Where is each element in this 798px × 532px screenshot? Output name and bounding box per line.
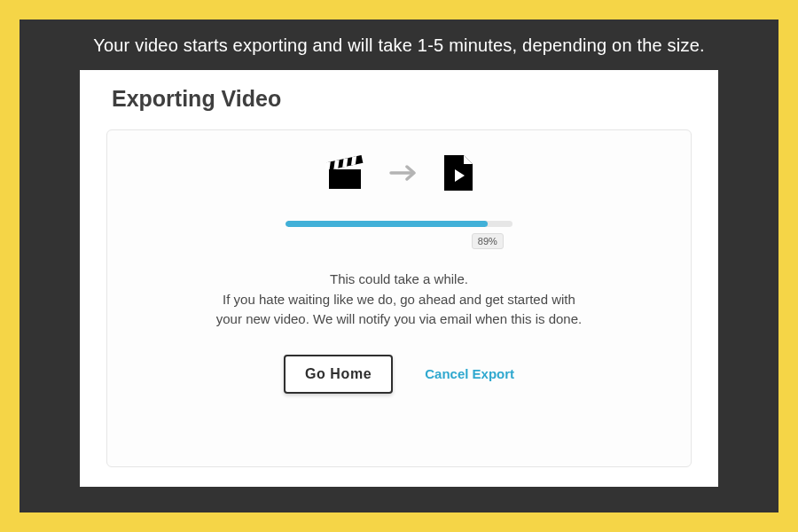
progress-percent-badge: 89% [472, 233, 504, 249]
arrow-right-icon [389, 165, 419, 181]
message-line: If you hate waiting like we do, go ahead… [216, 290, 582, 310]
clapperboard-icon [325, 155, 364, 191]
dialog-title: Exporting Video [112, 86, 692, 112]
cancel-export-link[interactable]: Cancel Export [425, 366, 514, 381]
message-line: your new video. We will notify you via e… [216, 309, 582, 330]
progress-fill [286, 221, 488, 227]
instruction-frame: Your video starts exporting and will tak… [20, 20, 778, 512]
dialog-button-row: Go Home Cancel Export [284, 355, 514, 394]
message-line: This could take a while. [216, 270, 582, 290]
progress-track [286, 221, 512, 227]
export-message: This could take a while. If you hate wai… [216, 270, 582, 330]
svg-rect-5 [329, 169, 361, 189]
export-icon-row [325, 155, 473, 191]
export-dialog: Exporting Video [80, 70, 718, 487]
instruction-caption: Your video starts exporting and will tak… [93, 35, 705, 56]
export-panel: 89% This could take a while. If you hate… [106, 129, 692, 467]
progress-bar: 89% [286, 221, 512, 227]
video-file-icon [444, 155, 473, 191]
go-home-button[interactable]: Go Home [284, 355, 393, 394]
